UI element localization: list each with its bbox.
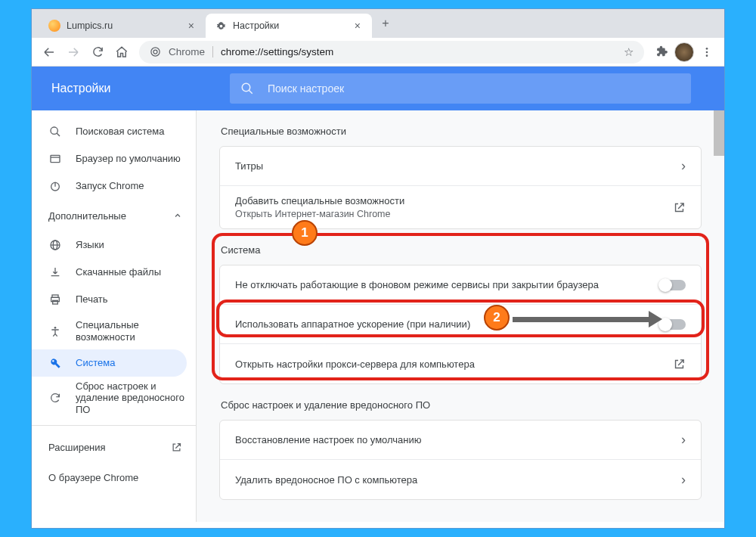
row-add-accessibility[interactable]: Добавить специальные возможности Открыть… [220,186,701,228]
browser-window: Lumpics.ru × Настройки × + Chrome chrome… [31,8,725,529]
sidebar-item-system[interactable]: Система [32,349,187,377]
wrench-icon [48,357,62,369]
open-external-icon [171,442,182,453]
reset-card: Восстановление настроек по умолчанию › У… [219,420,702,500]
svg-point-23 [54,327,57,329]
profile-avatar[interactable] [674,42,694,62]
row-restore-defaults[interactable]: Восстановление настроек по умолчанию › [220,421,701,460]
sidebar-item-label: Скачанные файлы [76,266,196,278]
reset-icon [48,392,62,404]
svg-line-10 [249,90,253,94]
annotation-badge-2: 2 [484,305,510,331]
sidebar-item-languages[interactable]: Языки [32,231,196,259]
row-background-apps[interactable]: Не отключать работающие в фоновом режиме… [220,265,701,305]
sidebar-item-extensions[interactable]: Расширения [32,432,196,462]
address-bar[interactable]: Chrome chrome://settings/system ☆ [139,41,644,64]
row-cleanup[interactable]: Удалить вредоносное ПО с компьютера › [220,460,701,499]
sidebar-item-default-browser[interactable]: Браузер по умолчанию [32,145,196,172]
open-external-icon [673,358,686,371]
tab-title: Настройки [233,20,279,31]
tab-close-icon[interactable]: × [352,20,363,32]
power-icon [48,180,62,192]
sidebar-section-label: Дополнительные [48,210,126,222]
settings-title: Настройки [32,82,230,95]
sidebar-item-about[interactable]: О браузере Chrome [32,462,196,492]
new-tab-button[interactable]: + [375,13,396,34]
section-heading-reset: Сброс настроек и удаление вредоносного П… [219,384,702,420]
sidebar-item-label: Браузер по умолчанию [76,153,196,165]
sidebar-item-label: Печать [76,293,196,306]
scrollbar-thumb[interactable] [714,110,724,156]
annotation-arrow [513,311,662,327]
settings-search-input[interactable]: Поиск настроек [230,73,691,104]
svg-point-8 [706,54,708,57]
toggle-hardware-acceleration[interactable] [660,319,686,330]
sidebar-item-label: Расширения [48,442,106,453]
sidebar-item-label: Специальные возможности [76,319,196,343]
row-label: Восстановление настроек по умолчанию [235,434,681,445]
sidebar-item-label: Сброс настроек и удаление вредоносного П… [76,380,196,416]
sidebar-section-advanced[interactable]: Дополнительные [32,200,196,231]
row-proxy-settings[interactable]: Открыть настройки прокси-сервера для ком… [220,344,701,383]
row-label: Титры [235,160,681,172]
tab-close-icon[interactable]: × [186,20,197,32]
home-button[interactable] [110,41,133,64]
svg-point-6 [706,48,708,50]
settings-sidebar: Поисковая система Браузер по умолчанию З… [32,110,197,522]
sidebar-item-label: Система [76,357,187,369]
back-button[interactable] [38,41,60,64]
row-label: Не отключать работающие в фоновом режиме… [235,279,660,290]
sidebar-item-label: Языки [76,239,196,251]
printer-icon [48,293,62,306]
browser-icon [48,153,62,165]
row-label: Открыть настройки прокси-сервера для ком… [235,359,673,370]
tab-lumpics[interactable]: Lumpics.ru × [39,14,206,38]
svg-point-4 [151,48,160,56]
tab-settings[interactable]: Настройки × [206,14,372,38]
svg-point-7 [706,51,708,53]
sidebar-item-reset[interactable]: Сброс настроек и удаление вредоносного П… [32,377,196,419]
sidebar-item-label: О браузере Chrome [48,472,138,483]
sidebar-item-print[interactable]: Печать [32,286,196,313]
reload-button[interactable] [86,41,109,64]
open-external-icon [673,201,686,214]
svg-line-12 [57,133,60,136]
annotation-badge-1: 1 [292,220,318,246]
search-placeholder: Поиск настроек [268,82,344,95]
svg-rect-13 [51,155,60,162]
sidebar-item-search-engine[interactable]: Поисковая система [32,118,196,145]
favicon-settings-icon [215,20,227,32]
favicon-lumpics-icon [48,20,60,32]
download-icon [48,266,62,278]
svg-point-11 [51,127,57,134]
svg-point-9 [242,83,250,92]
search-icon [240,82,254,95]
menu-button[interactable] [696,41,718,64]
section-heading-accessibility: Специальные возможности [219,110,702,146]
settings-content: Специальные возможности Титры › Добавить… [197,110,724,522]
sidebar-item-label: Поисковая система [76,126,196,138]
sidebar-item-label: Запуск Chrome [76,180,196,192]
row-sublabel: Открыть Интернет-магазин Chrome [235,209,673,219]
forward-button[interactable] [62,41,85,64]
svg-point-5 [153,50,157,54]
extensions-button[interactable] [650,41,673,64]
chevron-right-icon: › [681,472,686,488]
url-prefix: Chrome [169,46,213,57]
row-label: Добавить специальные возможности [235,195,673,206]
main-area: Поисковая система Браузер по умолчанию З… [32,110,724,522]
accessibility-card: Титры › Добавить специальные возможности… [219,146,702,229]
accessibility-icon [48,325,62,337]
row-captions[interactable]: Титры › [220,147,701,186]
tab-strip: Lumpics.ru × Настройки × + [32,9,724,38]
sidebar-item-accessibility[interactable]: Специальные возможности [32,313,196,349]
sidebar-item-downloads[interactable]: Скачанные файлы [32,259,196,286]
bookmark-star-icon[interactable]: ☆ [624,45,634,59]
toolbar: Chrome chrome://settings/system ☆ [32,38,724,67]
chevron-right-icon: › [681,432,686,448]
tab-title: Lumpics.ru [67,20,113,31]
toggle-background-apps[interactable] [660,280,686,290]
settings-header: Настройки Поиск настроек [32,67,724,110]
sidebar-item-startup[interactable]: Запуск Chrome [32,172,196,200]
globe-icon [48,239,62,251]
